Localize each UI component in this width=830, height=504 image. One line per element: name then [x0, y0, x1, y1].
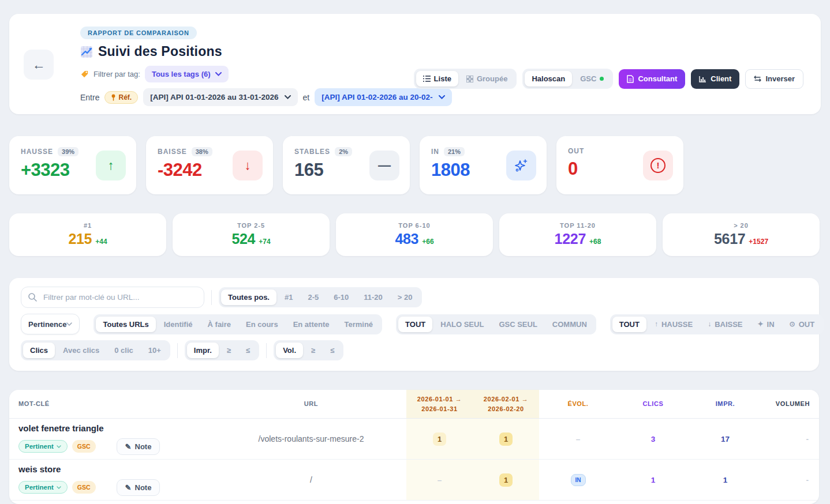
pos-tab-6-10[interactable]: 6-10: [327, 289, 356, 305]
impr-label[interactable]: Impr.: [187, 343, 219, 358]
clics-tab-clics[interactable]: Clics: [23, 343, 55, 358]
clics-tab-0clic[interactable]: 0 clic: [107, 343, 140, 358]
view-groupee-option[interactable]: Groupée: [459, 71, 514, 86]
tags-select[interactable]: Tous les tags (6): [145, 66, 229, 82]
note-button[interactable]: ✎Note: [117, 479, 160, 496]
clics-value: 3: [651, 435, 656, 443]
pos-label: TOP 6-10: [398, 222, 430, 229]
consultant-button[interactable]: Consultant: [619, 69, 685, 89]
evol-tab-hausse[interactable]: ↑HAUSSE: [648, 317, 700, 332]
period-end-value: [API] API 01-02-2026 au 20-02-2026: [321, 93, 433, 101]
filter-tag-label: Filtrer par tag:: [94, 70, 140, 78]
ref-badge-label: Réf.: [118, 93, 132, 101]
inverser-button[interactable]: Inverser: [745, 69, 803, 89]
stats-row: HAUSSE39% +3323 ↑ BAISSE38% -3242 ↓ STAB…: [9, 136, 683, 194]
vol-label[interactable]: Vol.: [276, 343, 303, 358]
url-tab-en-cours[interactable]: En cours: [239, 317, 285, 332]
pertinence-select[interactable]: Pertinence: [21, 314, 80, 334]
evol-out-label: OUT: [799, 320, 814, 329]
evol-tab-out[interactable]: ⊙OUT: [783, 317, 822, 332]
col-evol[interactable]: ÉVOL.: [539, 390, 617, 418]
pertinence-value: Pertinence: [28, 320, 66, 329]
col-clics[interactable]: CLICS: [617, 390, 689, 418]
url-text[interactable]: /volets-roulants-sur-mesure-2: [259, 434, 364, 443]
impr-lte-button[interactable]: ≤: [239, 343, 257, 358]
positions-row: #1 215+44 TOP 2-5 524+74 TOP 6-10 483+66…: [9, 213, 820, 256]
gsc-badge: GSC: [72, 481, 96, 494]
src-tab-commun[interactable]: COMMUN: [545, 317, 594, 332]
pos-delta: +44: [95, 238, 107, 246]
filters-card: Toutes pos. #1 2-5 6-10 11-20 > 20 Perti…: [9, 278, 819, 371]
url-tab-en-attente[interactable]: En attente: [286, 317, 337, 332]
clics-tab-10plus[interactable]: 10+: [141, 343, 168, 358]
pos-label: TOP 2-5: [237, 222, 265, 229]
header-card: ← RAPPORT DE COMPARAISON Suivi des Posit…: [9, 14, 821, 114]
stat-label: IN: [431, 148, 439, 156]
url-tab-a-faire[interactable]: À faire: [201, 317, 238, 332]
inverser-label: Inverser: [765, 74, 795, 83]
client-button[interactable]: Client: [691, 69, 739, 89]
note-label: Note: [135, 483, 152, 492]
source-haloscan-option[interactable]: Haloscan: [525, 71, 572, 86]
pertinent-badge[interactable]: Pertinent: [18, 440, 68, 453]
col-keyword[interactable]: MOT-CLÉ: [9, 390, 216, 418]
evolution-in-badge: IN: [571, 474, 586, 486]
pos-tab-2-5[interactable]: 2-5: [301, 289, 326, 305]
position-p2-badge: 1: [499, 432, 513, 446]
period-start-select[interactable]: [API] API 01-01-2026 au 31-01-2026: [143, 88, 297, 106]
search-icon: [28, 292, 37, 302]
pos-tab-1[interactable]: #1: [278, 289, 300, 305]
vol-lte-button[interactable]: ≤: [323, 343, 341, 358]
tags-select-value: Tous les tags (6): [152, 70, 211, 78]
data-source-tabs: TOUT HALO SEUL GSC SEUL COMMUN: [396, 314, 596, 334]
vol-gte-button[interactable]: ≥: [304, 343, 322, 358]
note-button[interactable]: ✎Note: [117, 438, 160, 455]
pos-tab-over20[interactable]: > 20: [391, 289, 420, 305]
col-url[interactable]: URL: [216, 390, 406, 418]
col-period1[interactable]: 2026-01-01 →2026-01-31: [406, 390, 473, 418]
pos-card-top6-10: TOP 6-10 483+66: [336, 213, 493, 256]
table-row[interactable]: weis store Pertinent GSC ✎Note / – 1 IN …: [9, 460, 819, 501]
url-text[interactable]: /: [310, 475, 312, 484]
chevron-down-icon: [285, 95, 291, 99]
period-end-select[interactable]: [API] API 01-02-2026 au 20-02-2026: [315, 88, 452, 106]
source-toggle: Haloscan GSC: [522, 69, 613, 89]
src-tab-tout[interactable]: TOUT: [398, 317, 432, 332]
url-tab-toutes[interactable]: Toutes URLs: [96, 317, 155, 332]
consultant-label: Consultant: [638, 74, 677, 83]
pertinent-badge[interactable]: Pertinent: [18, 481, 68, 494]
view-liste-option[interactable]: Liste: [416, 71, 458, 86]
src-tab-halo-seul[interactable]: HALO SEUL: [433, 317, 491, 332]
back-arrow-icon: ←: [32, 57, 46, 73]
evol-tab-baisse[interactable]: ↓BAISSE: [701, 317, 749, 332]
evol-baisse-label: BAISSE: [715, 320, 742, 329]
stat-pct-badge: 2%: [335, 147, 352, 156]
source-haloscan-label: Haloscan: [532, 74, 565, 83]
url-tab-termine[interactable]: Terminé: [337, 317, 380, 332]
col-volume[interactable]: VOLUMEH: [761, 390, 819, 418]
keyword-text: volet fenetre triangle: [18, 423, 216, 433]
col-period2[interactable]: 2026-02-01 →2026-02-20: [473, 390, 539, 418]
evol-tab-in[interactable]: ✦IN: [751, 317, 782, 332]
search-input[interactable]: [21, 287, 204, 308]
clics-filter-tabs: Clics Avec clics 0 clic 10+: [21, 340, 170, 360]
period1-line2: 2026-01-31: [421, 404, 457, 414]
source-gsc-option[interactable]: GSC: [573, 71, 611, 86]
pos-tab-toutes[interactable]: Toutes pos.: [221, 289, 276, 305]
pos-tab-11-20[interactable]: 11-20: [357, 289, 390, 305]
position-filter-tabs: Toutes pos. #1 2-5 6-10 11-20 > 20: [219, 287, 422, 307]
chevron-down-icon: [57, 445, 61, 448]
pos-delta: +68: [589, 238, 601, 246]
table-row[interactable]: volet fenetre triangle Pertinent GSC ✎No…: [9, 419, 819, 460]
back-button[interactable]: ←: [24, 50, 54, 80]
url-tab-identifie[interactable]: Identifié: [157, 317, 200, 332]
position-p2-badge: 1: [499, 473, 513, 487]
col-impr[interactable]: IMPR.: [689, 390, 761, 418]
pos-value: 215: [68, 231, 92, 247]
src-tab-gsc-seul[interactable]: GSC SEUL: [492, 317, 544, 332]
pertinent-label: Pertinent: [25, 484, 54, 491]
clics-tab-avec[interactable]: Avec clics: [56, 343, 106, 358]
impr-gte-button[interactable]: ≥: [220, 343, 238, 358]
evol-tab-tout[interactable]: TOUT: [612, 317, 646, 332]
stat-label: STABLES: [294, 148, 330, 156]
